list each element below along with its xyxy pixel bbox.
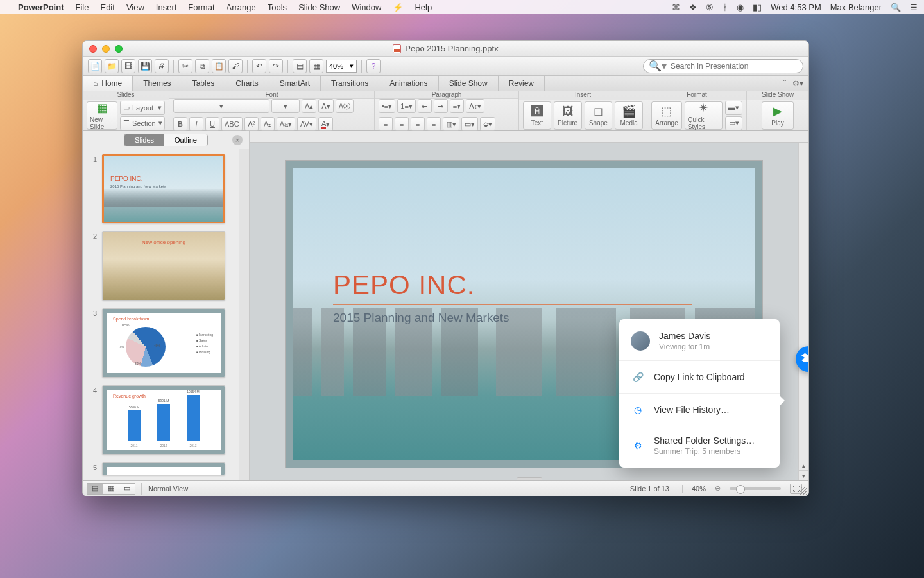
undo-button[interactable]: ↶: [252, 59, 266, 73]
convert-smartart-button[interactable]: ⬙▾: [480, 117, 495, 131]
tab-transitions[interactable]: Transitions: [321, 76, 379, 91]
battery-icon[interactable]: ▮▯: [753, 3, 762, 12]
creative-cloud-icon[interactable]: ⌘: [672, 3, 680, 12]
line-spacing-button[interactable]: ≡▾: [450, 99, 464, 113]
next-slide-button[interactable]: ▾: [798, 470, 809, 480]
text-direction-button[interactable]: A↕▾: [466, 99, 484, 113]
prev-slide-button[interactable]: ▴: [798, 460, 809, 470]
thumbnail-3[interactable]: Spend breakdown 0.5% 7% 28% 40% ■ Market…: [102, 308, 225, 378]
spotlight-icon[interactable]: 🔍: [891, 3, 901, 12]
copy-link-row[interactable]: 🔗 Copy Link to Clipboard: [619, 360, 780, 393]
slide-canvas-area[interactable]: PEPO INC. 2015 Planning and New Markets …: [250, 131, 809, 480]
resize-handle[interactable]: [800, 487, 807, 495]
justify-button[interactable]: ≡: [427, 117, 441, 131]
paste-button[interactable]: 📋: [212, 59, 226, 73]
tab-charts[interactable]: Charts: [225, 76, 269, 91]
shape-line-button[interactable]: ▭▾: [725, 116, 742, 130]
ribbon-settings-icon[interactable]: ⚙▾: [792, 79, 803, 88]
save-button[interactable]: 💾: [138, 59, 152, 73]
wifi-icon[interactable]: ◉: [737, 3, 744, 12]
tab-review[interactable]: Review: [499, 76, 545, 91]
new-slide-button[interactable]: ▦New Slide: [87, 101, 117, 130]
menu-view[interactable]: View: [126, 3, 144, 12]
notification-center-icon[interactable]: ☰: [910, 3, 918, 12]
align-left-button[interactable]: ≡: [379, 117, 393, 131]
user-menu[interactable]: Max Belanger: [830, 3, 882, 12]
bold-button[interactable]: B: [173, 117, 187, 131]
new-doc-button[interactable]: 📄: [88, 59, 102, 73]
tab-smartart[interactable]: SmartArt: [270, 76, 321, 91]
tab-themes[interactable]: Themes: [133, 76, 182, 91]
bluetooth-icon[interactable]: ᚼ: [723, 3, 728, 12]
menu-help[interactable]: Help: [415, 3, 432, 12]
help-button[interactable]: ?: [366, 59, 381, 73]
segment-slides[interactable]: Slides: [124, 134, 164, 146]
file-history-row[interactable]: ◷ View File History…: [619, 393, 780, 426]
normal-view-button[interactable]: ▤: [87, 483, 103, 495]
zoom-out-button[interactable]: ⊖: [715, 484, 721, 493]
cut-button[interactable]: ✂: [178, 59, 193, 73]
decrease-font-button[interactable]: A▾: [318, 99, 333, 113]
titlebar[interactable]: Pepo 2015 Planning.pptx: [83, 41, 809, 57]
dropbox-badge-button[interactable]: [796, 346, 809, 372]
slide-subtitle-text[interactable]: 2015 Planning and New Markets: [333, 311, 509, 325]
thumbnail-5[interactable]: [102, 462, 225, 475]
slide-title-text[interactable]: PEPO INC.: [333, 270, 475, 301]
copy-button[interactable]: ⧉: [195, 59, 209, 73]
print-button[interactable]: 🖨: [155, 59, 169, 73]
increase-font-button[interactable]: A▴: [302, 99, 316, 113]
columns-button[interactable]: ▥▾: [443, 117, 459, 131]
numbering-button[interactable]: 1≡▾: [397, 99, 416, 113]
sorter-view-button[interactable]: ▦: [103, 483, 119, 495]
insert-shape-button[interactable]: ◻Shape: [585, 101, 613, 130]
align-text-button[interactable]: ▭▾: [461, 117, 478, 131]
insert-media-button[interactable]: 🎬Media: [615, 101, 643, 130]
media-button[interactable]: 🎞: [121, 59, 135, 73]
italic-button[interactable]: I: [189, 117, 203, 131]
zoom-dropdown[interactable]: 40%▾: [326, 60, 357, 73]
subscript-button[interactable]: A₂: [261, 117, 275, 131]
align-right-button[interactable]: ≡: [411, 117, 425, 131]
insert-text-button[interactable]: 🅰Text: [523, 101, 551, 130]
close-panel-button[interactable]: ×: [232, 135, 243, 145]
slides-pane-button[interactable]: ▤: [293, 59, 307, 73]
menu-tools[interactable]: Tools: [268, 3, 287, 12]
tab-slideshow[interactable]: Slide Show: [439, 76, 499, 91]
open-button[interactable]: 📁: [105, 59, 119, 73]
font-family-dropdown[interactable]: ▾: [173, 99, 270, 113]
char-spacing-button[interactable]: AV▾: [297, 117, 316, 131]
collapse-ribbon-icon[interactable]: ˆ: [783, 79, 786, 88]
decrease-indent-button[interactable]: ⇤: [418, 99, 432, 113]
search-box[interactable]: 🔍▾: [643, 59, 803, 73]
font-color-button[interactable]: A▾: [318, 117, 333, 131]
increase-indent-button[interactable]: ⇥: [434, 99, 448, 113]
play-button[interactable]: ▶Play: [762, 101, 794, 130]
menu-arrange[interactable]: Arrange: [227, 3, 256, 12]
thumbnail-list[interactable]: 1 PEPO INC. 2015 Planning and New Market…: [83, 149, 239, 480]
slideshow-view-button[interactable]: ▭: [119, 483, 135, 495]
superscript-button[interactable]: A²: [244, 117, 259, 131]
change-case-button[interactable]: Aa▾: [277, 117, 295, 131]
zoom-slider[interactable]: [730, 487, 781, 490]
menu-slideshow[interactable]: Slide Show: [298, 3, 340, 12]
clear-formatting-button[interactable]: Aⓧ: [336, 99, 354, 113]
vertical-scrollbar[interactable]: ▴▾: [798, 143, 809, 480]
layout-button[interactable]: ▭Layout▾: [120, 101, 165, 115]
shield-icon[interactable]: ⑤: [706, 3, 714, 12]
redo-button[interactable]: ↷: [269, 59, 283, 73]
slides-outline-segmented[interactable]: Slides Outline: [124, 134, 208, 146]
dropbox-menubar-icon[interactable]: ❖: [689, 3, 697, 12]
menu-file[interactable]: File: [76, 3, 89, 12]
bullets-button[interactable]: •≡▾: [379, 99, 395, 113]
shape-fill-button[interactable]: ▬▾: [725, 101, 742, 115]
menu-window[interactable]: Window: [352, 3, 381, 12]
format-painter-button[interactable]: 🖌: [228, 59, 243, 73]
underline-button[interactable]: U: [205, 117, 219, 131]
tab-animations[interactable]: Animations: [379, 76, 438, 91]
notes-splitter[interactable]: [517, 477, 542, 480]
zoom-fit-button[interactable]: ▦: [309, 59, 323, 73]
viewer-row[interactable]: James Davis Viewing for 1m: [619, 322, 780, 360]
clock[interactable]: Wed 4:53 PM: [771, 3, 821, 12]
menu-edit[interactable]: Edit: [100, 3, 114, 12]
script-menu-icon[interactable]: ⚡: [393, 3, 403, 12]
